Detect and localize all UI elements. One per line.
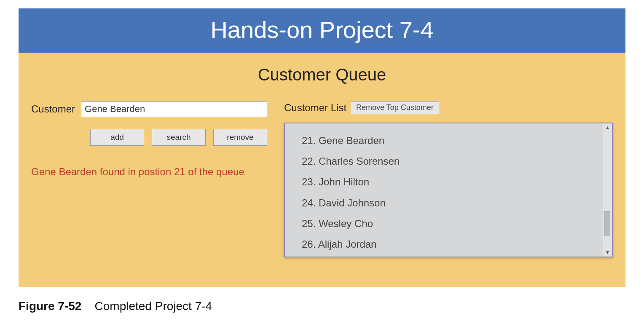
app-header: Hands-on Project 7-4 xyxy=(19,8,625,53)
caption-number: Figure 7-52 xyxy=(19,300,81,313)
search-button[interactable]: search xyxy=(152,129,206,146)
remove-top-button[interactable]: Remove Top Customer xyxy=(351,101,439,114)
customer-label: Customer xyxy=(31,103,75,115)
list-item: 25. Wesley Cho xyxy=(302,213,586,234)
status-message: Gene Bearden found in postion 21 of the … xyxy=(31,166,267,178)
scroll-track[interactable] xyxy=(603,132,612,248)
scroll-down-icon[interactable]: ▼ xyxy=(605,248,610,257)
columns: Customer add search remove Gene Bearden … xyxy=(31,101,613,257)
customer-list-label: Customer List xyxy=(284,102,346,114)
customer-list-content: 21. Gene Bearden22. Charles Sorensen23. … xyxy=(285,123,603,257)
list-item: 26. Alijah Jordan xyxy=(302,234,586,254)
button-row: add search remove xyxy=(90,129,267,146)
customer-input[interactable] xyxy=(81,101,267,117)
list-item: 24. David Johnson xyxy=(302,193,586,213)
list-item: 23. John Hilton xyxy=(302,171,586,192)
add-button[interactable]: add xyxy=(90,129,144,146)
list-item: 21. Gene Bearden xyxy=(302,130,586,151)
scroll-up-icon[interactable]: ▲ xyxy=(605,123,610,132)
header-title: Hands-on Project 7-4 xyxy=(210,16,433,43)
right-column: Customer List Remove Top Customer 21. Ge… xyxy=(284,101,613,257)
caption-text: Completed Project 7-4 xyxy=(95,300,212,313)
figure-frame: Hands-on Project 7-4 Customer Queue Cust… xyxy=(19,8,625,313)
figure-caption: Figure 7-52 Completed Project 7-4 xyxy=(19,300,625,313)
left-column: Customer add search remove Gene Bearden … xyxy=(31,101,267,178)
customer-list-box: 21. Gene Bearden22. Charles Sorensen23. … xyxy=(284,123,613,257)
main-panel: Customer Queue Customer add search remov… xyxy=(19,53,625,287)
panel-subtitle: Customer Queue xyxy=(31,65,613,84)
scrollbar[interactable]: ▲ ▼ xyxy=(603,123,612,257)
list-header-row: Customer List Remove Top Customer xyxy=(284,101,613,114)
list-item: 22. Charles Sorensen xyxy=(302,151,586,171)
scroll-thumb[interactable] xyxy=(604,211,610,236)
customer-field-row: Customer xyxy=(31,101,267,117)
remove-button[interactable]: remove xyxy=(213,129,267,146)
